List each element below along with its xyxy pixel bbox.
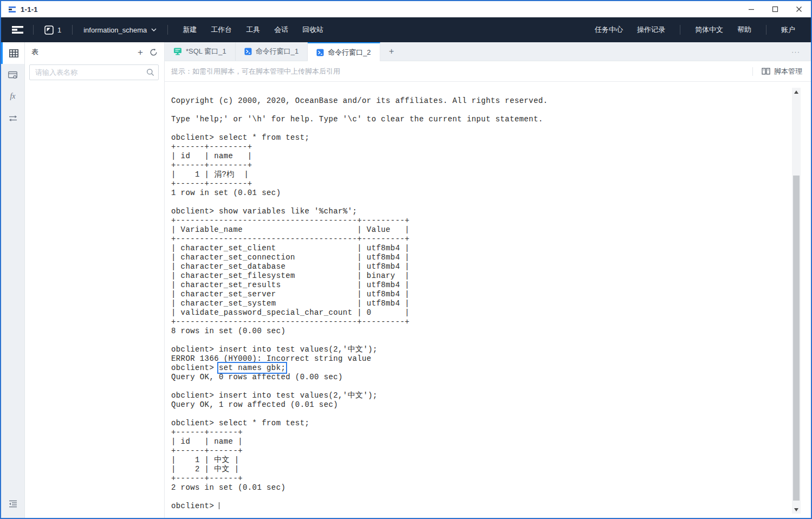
- terminal-window-icon: [316, 49, 324, 56]
- function-icon: fx: [10, 92, 15, 101]
- terminal-line: obclient> show variables like '%char%';: [171, 207, 789, 216]
- menu-operation-records[interactable]: 操作记录: [630, 17, 672, 42]
- sql-window-icon: [173, 48, 182, 55]
- scroll-down-button[interactable]: [792, 505, 801, 514]
- terminal-line: | character_set_results | utf8mb4 |: [171, 281, 789, 290]
- table-search-input[interactable]: [30, 65, 142, 80]
- script-manager-label: 脚本管理: [774, 67, 802, 76]
- terminal-line: | character_set_database | utf8mb4 |: [171, 262, 789, 271]
- table-search-box: [29, 64, 159, 80]
- terminal-line: | 2 | 中文 |: [171, 465, 789, 474]
- terminal-line: +------+------+: [171, 474, 789, 483]
- menu-logo-icon[interactable]: [10, 25, 25, 34]
- terminal-line: Type 'help;' or '\h' for help. Type '\c'…: [171, 115, 789, 124]
- menu-new[interactable]: 新建: [176, 17, 204, 42]
- tabbar: *SQL 窗口_1 命令行窗口_1 命令行窗口_2 + ···: [165, 42, 811, 61]
- terminal-line: | character_set_system | utf8mb4 |: [171, 299, 789, 308]
- scroll-up-button[interactable]: [792, 88, 801, 96]
- worksheet-count: 1: [57, 26, 61, 34]
- panel-title: 表: [31, 47, 38, 57]
- terminal-line: obclient> set names gbk;: [171, 364, 789, 373]
- highlighted-command: set names gbk;: [219, 364, 285, 372]
- refresh-icon: [150, 48, 158, 56]
- terminal-line: +------+--------+: [171, 142, 789, 152]
- menu-language[interactable]: 简体中文: [688, 17, 730, 42]
- terminal-line: | character_set_server | utf8mb4 |: [171, 290, 789, 299]
- menu-task-center[interactable]: 任务中心: [588, 17, 630, 42]
- book-icon: [762, 68, 770, 75]
- navbar: 1 information_schema 新建 工作台 工具 会话 回收站 任务…: [1, 17, 811, 42]
- terminal-line: | character_set_filesystem | binary |: [171, 271, 789, 281]
- divider: [680, 25, 680, 35]
- menu-account[interactable]: 账户: [774, 17, 802, 42]
- terminal-cursor: [219, 502, 219, 509]
- scrollbar-thumb[interactable]: [793, 176, 800, 501]
- terminal-line: 8 rows in set (0.00 sec): [171, 327, 789, 336]
- tab-overflow-button[interactable]: ···: [791, 42, 811, 61]
- chevron-down-icon: [151, 28, 157, 31]
- terminal-line: | 1 | 涓?枃 |: [171, 170, 789, 179]
- search-icon: [146, 68, 154, 76]
- terminal-line: [171, 382, 789, 391]
- tab-sql-window-1[interactable]: *SQL 窗口_1: [165, 42, 236, 61]
- maximize-button[interactable]: [763, 1, 787, 17]
- minimize-button[interactable]: [739, 1, 763, 17]
- table-panel: 表 +: [25, 42, 165, 518]
- rail-item-views[interactable]: [1, 64, 24, 86]
- database-selector[interactable]: information_schema: [80, 26, 160, 34]
- tab-label: 命令行窗口_2: [328, 48, 371, 57]
- command-line-terminal[interactable]: Copyright (c) 2000, 2020, OceanBase and/…: [165, 82, 811, 518]
- create-table-button[interactable]: +: [138, 48, 143, 57]
- terminal-line: [171, 492, 789, 502]
- terminal-line: | id | name |: [171, 152, 789, 161]
- script-manager-button[interactable]: 脚本管理: [762, 67, 802, 76]
- terminal-line: [171, 410, 789, 419]
- tab-command-line-window-2[interactable]: 命令行窗口_2: [308, 42, 380, 61]
- tab-label: *SQL 窗口_1: [186, 47, 226, 56]
- terminal-window-icon: [244, 48, 252, 55]
- rail-item-collapse[interactable]: [1, 493, 24, 515]
- terminal-line: | Variable_name | Value |: [171, 225, 789, 235]
- terminal-line: ERROR 1366 (HY000): Incorrect string val…: [171, 354, 789, 364]
- tab-command-line-window-1[interactable]: 命令行窗口_1: [236, 42, 308, 61]
- new-tab-button[interactable]: +: [380, 42, 403, 61]
- rail-item-tables[interactable]: [1, 42, 24, 64]
- rail-item-functions[interactable]: fx: [1, 86, 24, 107]
- menu-session[interactable]: 会话: [267, 17, 295, 42]
- terminal-line: +--------------------------------------+…: [171, 317, 789, 327]
- terminal-line: +------+------+: [171, 428, 789, 437]
- sequence-icon: [9, 115, 17, 122]
- divider: [167, 25, 168, 35]
- terminal-line: | 1 | 中文 |: [171, 456, 789, 465]
- divider: [33, 25, 34, 35]
- window-title: 1-1-1: [21, 5, 38, 14]
- search-button[interactable]: [142, 65, 158, 80]
- worksheet-switcher[interactable]: 1: [41, 25, 64, 35]
- terminal-line: +------+------+: [171, 446, 789, 456]
- menu-help[interactable]: 帮助: [730, 17, 758, 42]
- database-name: information_schema: [83, 26, 147, 34]
- terminal-line: | character_set_client | utf8mb4 |: [171, 244, 789, 253]
- divider: [766, 25, 766, 35]
- close-button[interactable]: [787, 1, 811, 17]
- table-icon: [9, 49, 18, 57]
- menu-workbench[interactable]: 工作台: [204, 17, 239, 42]
- menu-tools[interactable]: 工具: [239, 17, 267, 42]
- refresh-button[interactable]: [150, 48, 158, 56]
- terminal-line: Query OK, 0 rows affected (0.00 sec): [171, 373, 789, 382]
- terminal-line: +------+--------+: [171, 161, 789, 170]
- terminal-line: 1 row in set (0.01 sec): [171, 189, 789, 198]
- terminal-line: obclient> insert into test values(2,'中文'…: [171, 345, 789, 354]
- terminal-line: | id | name |: [171, 437, 789, 446]
- terminal-output: Copyright (c) 2000, 2020, OceanBase and/…: [171, 96, 789, 511]
- script-hint-text: 提示：如需引用脚本，可在脚本管理中上传脚本后引用: [171, 67, 340, 76]
- divider: [752, 67, 753, 76]
- menu-recycle-bin[interactable]: 回收站: [295, 17, 330, 42]
- terminal-line: +------+--------+: [171, 179, 789, 189]
- terminal-line: 2 rows in set (0.01 sec): [171, 483, 789, 492]
- terminal-line: [171, 124, 789, 133]
- app-window: 1-1-1 1 information_schema: [0, 0, 812, 519]
- rail-item-sequences[interactable]: [1, 107, 24, 129]
- worksheet-icon: [44, 25, 54, 35]
- terminal-line: [171, 336, 789, 345]
